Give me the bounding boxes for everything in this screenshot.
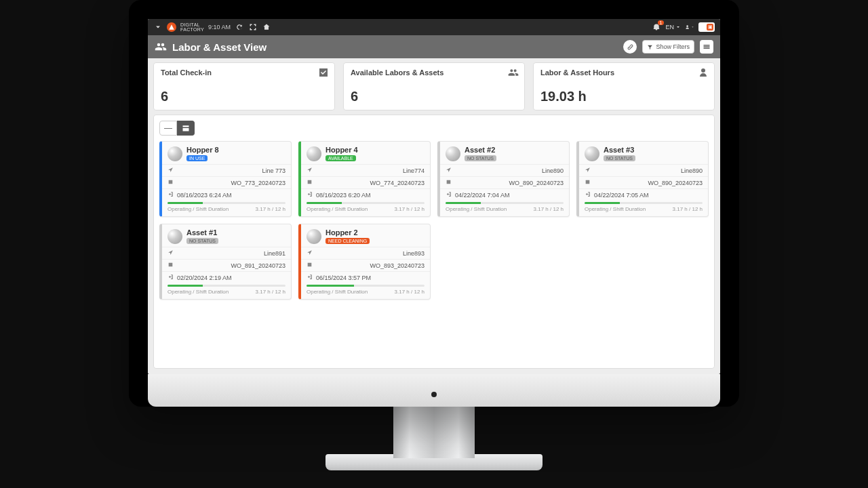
status-badge: NEED CLEANING xyxy=(326,238,370,244)
wo-value: WO_774_20240723 xyxy=(370,180,425,186)
asset-card[interactable]: Hopper 2NEED CLEANINGLine893WO_893_20240… xyxy=(298,224,431,300)
notif-badge: 1 xyxy=(658,20,665,25)
user-menu[interactable] xyxy=(685,22,694,32)
location-icon xyxy=(167,167,174,174)
checkin-icon xyxy=(307,191,313,199)
brand-text: DIGITALFACTORY xyxy=(180,22,204,32)
duration-value: 3.17 h / 12 h xyxy=(395,206,425,212)
status-badge: AVAILABLE xyxy=(326,155,356,161)
op-shift-label: Operating / Shift Duration xyxy=(167,206,229,212)
asset-name: Hopper 4 xyxy=(326,146,358,154)
duration-value: 3.17 h / 12 h xyxy=(256,206,285,212)
stat-label: Labor & Asset Hours xyxy=(540,68,707,77)
wo-value: WO_890_20240723 xyxy=(648,180,703,186)
location-icon xyxy=(307,249,313,257)
wo-value: WO_891_20240723 xyxy=(231,262,285,269)
monitor-chin xyxy=(148,374,720,407)
checkin-icon xyxy=(585,191,591,199)
workorder-icon xyxy=(307,179,313,186)
timestamp: 08/16/2023 6:24 AM xyxy=(174,192,285,199)
wo-value: WO_773_20240723 xyxy=(231,180,285,186)
asset-avatar xyxy=(307,146,321,161)
asset-card-grid: Hopper 8IN USELine 773WO_773_2024072308/… xyxy=(159,141,709,300)
checkin-icon xyxy=(446,191,452,199)
status-badge: NO STATUS xyxy=(465,155,496,161)
refresh-icon[interactable] xyxy=(235,22,244,32)
workorder-icon xyxy=(167,262,174,269)
duration-value: 3.17 h / 12 h xyxy=(673,206,703,212)
asset-name: Hopper 2 xyxy=(326,228,370,237)
stat-label: Available Labors & Assets xyxy=(351,68,517,77)
page-title: Labor & Asset View xyxy=(172,41,267,53)
content-panel: — Hopper 8IN USELine 773WO_773_202407230… xyxy=(153,115,715,369)
person-icon xyxy=(698,67,709,81)
timestamp: 04/22/2024 7:05 AM xyxy=(591,192,703,199)
dropdown-toggle[interactable] xyxy=(153,22,163,32)
people-icon xyxy=(155,41,167,53)
duration-value: 3.17 h / 12 h xyxy=(395,289,425,295)
brand-logo[interactable] xyxy=(167,22,176,32)
checkin-icon xyxy=(167,191,174,199)
asset-avatar xyxy=(446,146,460,161)
check-icon xyxy=(318,67,329,81)
op-shift-label: Operating / Shift Duration xyxy=(446,206,507,212)
line-value: Line 773 xyxy=(262,167,285,174)
asset-card[interactable]: Asset #3NO STATUSLine890WO_890_202407230… xyxy=(576,141,709,217)
monitor-frame: DIGITALFACTORY 9:10 AM 1 EN ▣ Labor & As… xyxy=(129,0,739,407)
topbar: DIGITALFACTORY 9:10 AM 1 EN ▣ xyxy=(148,19,720,35)
stat-total-checkin: Total Check-in 6 xyxy=(153,62,335,110)
monitor-stand-neck xyxy=(393,404,475,458)
workorder-icon xyxy=(585,179,591,186)
timestamp: 06/15/2024 3:57 PM xyxy=(313,274,425,281)
asset-card[interactable]: Asset #2NO STATUSLine890WO_890_202407230… xyxy=(437,141,570,217)
line-value: Line774 xyxy=(403,167,425,174)
camera-icon: ▣ xyxy=(707,24,713,30)
clock: 9:10 AM xyxy=(208,24,231,30)
location-icon xyxy=(446,167,452,174)
language-select[interactable]: EN xyxy=(665,24,681,30)
line-value: Line891 xyxy=(264,250,285,257)
link-button[interactable] xyxy=(623,40,637,54)
wo-value: WO_890_20240723 xyxy=(509,180,564,186)
stat-label: Total Check-in xyxy=(161,68,328,77)
location-icon xyxy=(167,249,174,257)
notifications-icon[interactable]: 1 xyxy=(652,22,661,32)
app-screen: DIGITALFACTORY 9:10 AM 1 EN ▣ Labor & As… xyxy=(148,19,720,374)
asset-card[interactable]: Asset #1NO STATUSLine891WO_891_202407230… xyxy=(159,224,292,300)
asset-name: Hopper 8 xyxy=(186,146,219,154)
timestamp: 02/20/2024 2:19 AM xyxy=(174,274,285,281)
asset-avatar xyxy=(167,229,182,244)
stat-row: Total Check-in 6 Available Labors & Asse… xyxy=(148,58,720,115)
op-shift-label: Operating / Shift Duration xyxy=(307,206,368,212)
status-badge: NO STATUS xyxy=(604,155,635,161)
location-icon xyxy=(307,167,313,174)
op-shift-label: Operating / Shift Duration xyxy=(167,289,229,295)
workorder-icon xyxy=(446,179,452,186)
fullscreen-icon[interactable] xyxy=(248,22,258,32)
asset-card[interactable]: Hopper 8IN USELine 773WO_773_2024072308/… xyxy=(159,141,292,217)
asset-card[interactable]: Hopper 4AVAILABLELine774WO_774_202407230… xyxy=(298,141,431,217)
stat-value: 6 xyxy=(351,89,517,104)
location-icon xyxy=(585,167,591,174)
stat-hours: Labor & Asset Hours 19.03 h xyxy=(533,62,715,110)
record-toggle[interactable]: ▣ xyxy=(698,22,715,32)
duration-value: 3.17 h / 12 h xyxy=(256,289,285,295)
workorder-icon xyxy=(167,179,174,186)
asset-name: Asset #3 xyxy=(604,146,635,154)
list-view-button[interactable]: — xyxy=(159,121,177,136)
more-menu[interactable] xyxy=(700,40,713,54)
stat-available: Available Labors & Assets 6 xyxy=(343,62,525,110)
show-filters-button[interactable]: Show Filters xyxy=(642,40,694,54)
stat-value: 19.03 h xyxy=(540,89,707,104)
timestamp: 08/16/2023 6:20 AM xyxy=(313,192,425,199)
asset-name: Asset #2 xyxy=(465,146,496,154)
people-icon xyxy=(508,67,519,81)
asset-avatar xyxy=(585,146,599,161)
workorder-icon xyxy=(307,262,313,269)
status-badge: NO STATUS xyxy=(186,238,218,244)
status-badge: IN USE xyxy=(186,155,208,161)
checkin-icon xyxy=(167,274,174,281)
home-icon[interactable] xyxy=(262,22,271,32)
duration-value: 3.17 h / 12 h xyxy=(534,206,564,212)
card-view-button[interactable] xyxy=(177,121,195,136)
